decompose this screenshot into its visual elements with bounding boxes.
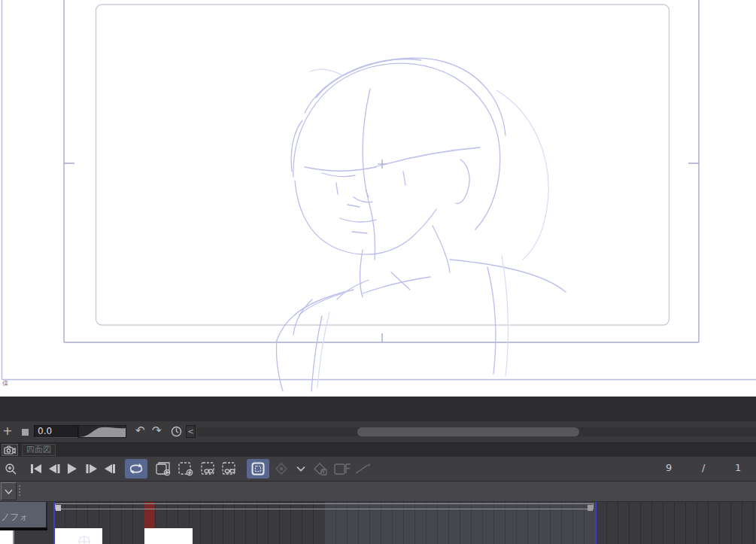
onion-skin-button[interactable]	[247, 459, 269, 479]
track-label-text: ノフォ	[1, 511, 29, 524]
skip-end-icon	[104, 463, 116, 474]
view-tabs-row: 四面図	[0, 443, 756, 457]
play-icon	[66, 463, 78, 475]
cel-2[interactable]	[144, 528, 193, 544]
keyframe-diamond-icon	[274, 461, 289, 476]
page-border	[2, 0, 756, 380]
cel-thumbnail-sketch	[54, 528, 102, 544]
loop-playback-button[interactable]	[125, 459, 147, 479]
delete-keyframe-button[interactable]	[311, 459, 329, 479]
next-frame-button[interactable]	[83, 459, 101, 479]
camera-icon	[4, 445, 16, 454]
scale-curve-widget[interactable]	[78, 425, 126, 438]
camera-frame	[64, 0, 699, 342]
duration-end-handle[interactable]	[587, 505, 593, 511]
add-icon[interactable]: +	[2, 425, 14, 437]
timeline-panel: + 0.0 ↶ ↷ <	[0, 397, 756, 544]
transport-bar: 9 / 1	[0, 457, 756, 482]
pen-slope-icon	[354, 463, 371, 475]
timer-icon[interactable]	[170, 425, 183, 441]
go-to-end-button[interactable]	[101, 459, 119, 479]
timeline-toolbar: + 0.0 ↶ ↷ <	[0, 421, 756, 443]
layer-duration-bar[interactable]	[55, 503, 594, 509]
delete-keyframe-icon	[312, 461, 329, 476]
playback-rate-value: 1	[735, 462, 741, 473]
cel-unlink-icon	[222, 461, 238, 476]
timeline-menu-button[interactable]	[1, 482, 17, 500]
playback-start-line	[53, 502, 55, 544]
stop-icon[interactable]	[22, 429, 29, 436]
duration-start-handle[interactable]	[56, 505, 61, 511]
new-animation-cel-button[interactable]	[178, 459, 196, 479]
canvas-viewport[interactable]: 倍	[0, 0, 756, 397]
onion-skin-icon	[251, 462, 265, 476]
ruler-zone-dim	[0, 482, 756, 501]
cel-link-icon	[201, 461, 217, 476]
new-animation-folder-icon	[156, 461, 172, 476]
undo-button[interactable]: ↶	[135, 424, 145, 437]
canvas-sketch	[0, 0, 756, 397]
graph-editor-button[interactable]	[334, 459, 352, 479]
timeline-tracks[interactable]: ノフォ	[0, 502, 756, 544]
chevron-down-icon	[5, 489, 13, 494]
chevron-down-icon	[296, 466, 305, 472]
loop-icon	[129, 463, 144, 475]
collapse-button[interactable]: <	[186, 425, 196, 438]
enable-keyframes-button[interactable]	[272, 459, 290, 479]
current-frame-counter: 9	[666, 462, 672, 473]
track-label-underside	[0, 530, 47, 544]
tab-quad-view[interactable]: 四面図	[22, 444, 56, 456]
character-sketch	[276, 58, 566, 391]
magnifier-icon	[5, 463, 17, 476]
time-value-field[interactable]: 0.0	[34, 425, 78, 438]
specify-cel-button[interactable]	[200, 459, 218, 479]
cel-1[interactable]	[54, 528, 102, 544]
previous-frame-button[interactable]	[45, 459, 63, 479]
cel-preview-thumbnail[interactable]	[0, 530, 14, 544]
graph-editor-icon	[334, 462, 352, 476]
step-forward-icon	[86, 463, 98, 474]
curve-shape	[79, 427, 126, 437]
new-cel-icon	[178, 461, 195, 476]
camera-view-button[interactable]	[2, 444, 18, 456]
skip-start-icon	[30, 463, 42, 474]
frame-counter-separator: /	[702, 462, 705, 473]
panel-header-band	[0, 397, 756, 421]
step-back-icon	[48, 463, 60, 474]
keyframe-options-dropdown[interactable]	[295, 459, 307, 479]
timeline-hscroll-track[interactable]	[197, 427, 756, 436]
release-cel-button[interactable]	[221, 459, 239, 479]
timeline-hscroll-thumb[interactable]	[357, 427, 579, 436]
frame-ruler[interactable]: 9210615855524946434037343128252219161310…	[0, 482, 756, 501]
normalize-line-button[interactable]	[354, 459, 372, 479]
new-animation-folder-button[interactable]	[155, 459, 173, 479]
zoom-tool-button[interactable]	[2, 459, 20, 479]
go-to-start-button[interactable]	[27, 459, 45, 479]
zoom-note: 倍	[2, 381, 8, 387]
playback-end-line	[595, 502, 597, 544]
column-resize-handle[interactable]	[19, 485, 20, 496]
character-sketch-faint	[310, 69, 548, 387]
play-button[interactable]	[63, 459, 81, 479]
app-window: 倍 + 0.0 ↶ ↷ <	[0, 0, 756, 544]
redo-button[interactable]: ↷	[152, 424, 162, 437]
track-label[interactable]: ノフォ	[0, 502, 47, 527]
